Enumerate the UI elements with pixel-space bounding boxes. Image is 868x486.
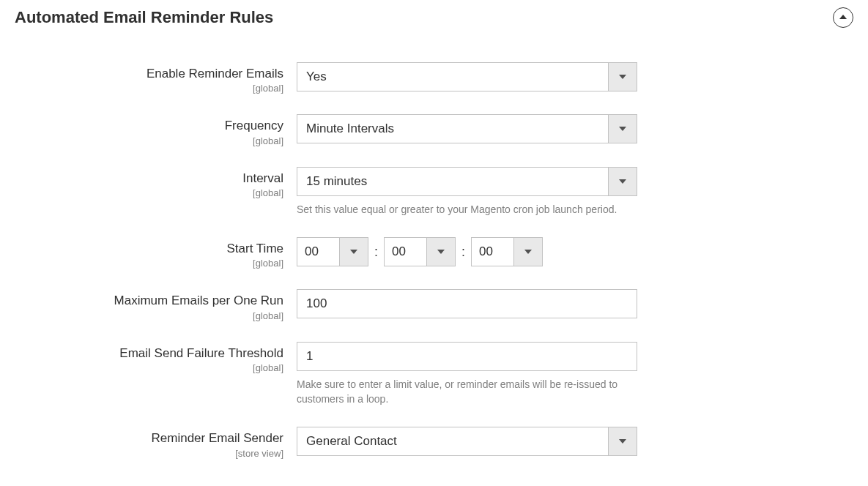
field-row-interval: Interval [global] 15 minutes Set this va… xyxy=(15,167,853,217)
dropdown-arrow xyxy=(426,237,456,266)
field-scope: [global] xyxy=(15,83,283,94)
field-row-sender: Reminder Email Sender [store view] Gener… xyxy=(15,427,853,458)
chevron-down-icon xyxy=(619,75,626,79)
field-label: Reminder Email Sender xyxy=(152,431,283,445)
dropdown-arrow xyxy=(608,62,637,91)
collapse-section-button[interactable] xyxy=(833,7,853,28)
field-scope: [global] xyxy=(15,258,283,269)
field-label: Frequency xyxy=(225,119,283,132)
section-title: Automated Email Reminder Rules xyxy=(15,8,273,27)
field-scope: [global] xyxy=(15,362,283,373)
select-value: General Contact xyxy=(297,427,608,456)
chevron-down-icon xyxy=(619,439,626,444)
field-row-frequency: Frequency [global] Minute Intervals xyxy=(15,114,853,146)
max-emails-input[interactable] xyxy=(297,289,637,318)
input-col: Yes xyxy=(297,62,637,91)
label-col: Interval [global] xyxy=(15,167,297,198)
input-col: Make sure to enter a limit value, or rem… xyxy=(297,342,637,407)
select-value: 15 minutes xyxy=(297,167,608,196)
field-scope: [global] xyxy=(15,135,283,146)
dropdown-arrow xyxy=(339,237,368,266)
chevron-down-icon xyxy=(350,250,357,254)
label-col: Reminder Email Sender [store view] xyxy=(15,427,297,458)
time-separator: : xyxy=(460,244,467,260)
chevron-down-icon xyxy=(619,179,626,184)
field-scope: [store view] xyxy=(15,448,283,459)
field-row-failure-threshold: Email Send Failure Threshold [global] Ma… xyxy=(15,342,853,407)
dropdown-arrow xyxy=(608,427,637,456)
label-col: Maximum Emails per One Run [global] xyxy=(15,289,297,321)
start-time-second-select[interactable]: 00 xyxy=(471,237,543,266)
select-value: Minute Intervals xyxy=(297,114,608,143)
frequency-select[interactable]: Minute Intervals xyxy=(297,114,637,143)
interval-help-text: Set this value equal or greater to your … xyxy=(297,202,637,217)
dropdown-arrow xyxy=(608,114,637,143)
chevron-down-icon xyxy=(619,127,626,131)
label-col: Enable Reminder Emails [global] xyxy=(15,62,297,94)
field-label: Interval xyxy=(242,171,283,185)
label-col: Start Time [global] xyxy=(15,237,297,269)
select-value: 00 xyxy=(471,237,513,266)
select-value: 00 xyxy=(297,237,339,266)
dropdown-arrow xyxy=(513,237,543,266)
select-value: Yes xyxy=(297,62,608,91)
start-time-group: 00 : 00 : 00 xyxy=(297,237,637,266)
label-col: Frequency [global] xyxy=(15,114,297,146)
section-header: Automated Email Reminder Rules xyxy=(15,7,853,37)
field-row-start-time: Start Time [global] 00 : 00 : 00 xyxy=(15,237,853,269)
input-col xyxy=(297,289,637,318)
field-scope: [global] xyxy=(15,187,283,198)
chevron-up-icon xyxy=(839,15,847,19)
field-label: Email Send Failure Threshold xyxy=(119,346,283,360)
dropdown-arrow xyxy=(608,167,637,196)
start-time-minute-select[interactable]: 00 xyxy=(384,237,456,266)
sender-select[interactable]: General Contact xyxy=(297,427,637,456)
input-col: 00 : 00 : 00 xyxy=(297,237,637,266)
failure-threshold-input[interactable] xyxy=(297,342,637,371)
input-col: 15 minutes Set this value equal or great… xyxy=(297,167,637,217)
start-time-hour-select[interactable]: 00 xyxy=(297,237,368,266)
field-label: Start Time xyxy=(227,242,283,255)
enable-reminder-select[interactable]: Yes xyxy=(297,62,637,91)
failure-threshold-help-text: Make sure to enter a limit value, or rem… xyxy=(297,377,637,407)
label-col: Email Send Failure Threshold [global] xyxy=(15,342,297,373)
time-separator: : xyxy=(373,244,379,260)
chevron-down-icon xyxy=(524,250,532,254)
input-col: Minute Intervals xyxy=(297,114,637,143)
chevron-down-icon xyxy=(437,250,445,254)
field-scope: [global] xyxy=(15,310,283,321)
field-label: Enable Reminder Emails xyxy=(146,67,283,81)
input-col: General Contact xyxy=(297,427,637,456)
field-row-max-emails: Maximum Emails per One Run [global] xyxy=(15,289,853,321)
interval-select[interactable]: 15 minutes xyxy=(297,167,637,196)
select-value: 00 xyxy=(384,237,426,266)
field-label: Maximum Emails per One Run xyxy=(114,294,283,307)
field-row-enable-reminder: Enable Reminder Emails [global] Yes xyxy=(15,62,853,94)
